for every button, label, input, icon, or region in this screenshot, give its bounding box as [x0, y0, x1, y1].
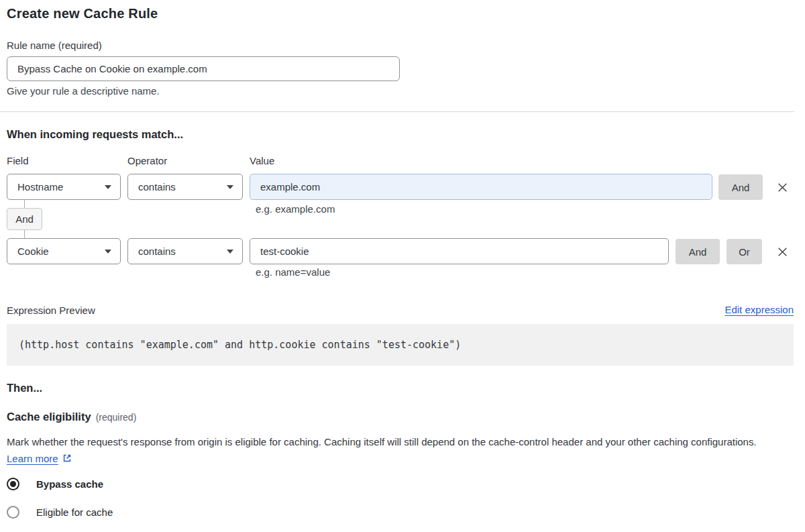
close-icon: [777, 182, 788, 193]
field-select-row1[interactable]: Hostname: [7, 174, 121, 200]
add-and-condition-button-row1[interactable]: And: [718, 174, 763, 200]
description-text: Mark whether the request's response from…: [7, 436, 757, 447]
expression-preview-label: Expression Preview: [7, 305, 95, 316]
cache-eligibility-heading-row: Cache eligibility(required): [7, 411, 136, 423]
external-link-icon: [62, 453, 72, 464]
expression-preview-code-block: (http.host contains "example.com" and ht…: [7, 324, 794, 366]
operator-select-row1[interactable]: contains: [127, 174, 243, 200]
connector-line: [24, 200, 25, 208]
remove-condition-button-row1[interactable]: [771, 174, 793, 200]
operator-select-row2-value: contains: [138, 246, 176, 257]
add-or-condition-button-row2[interactable]: Or: [727, 239, 762, 264]
value-input-row1[interactable]: [250, 174, 712, 200]
radio-option-bypass-cache[interactable]: Bypass cache: [7, 478, 103, 490]
column-label-operator: Operator: [127, 155, 167, 166]
cache-eligibility-description: Mark whether the request's response from…: [7, 433, 776, 467]
page-title: Create new Cache Rule: [7, 6, 158, 21]
required-badge: (required): [96, 412, 137, 423]
column-label-field: Field: [7, 155, 29, 166]
expression-code: (http.host contains "example.com" and ht…: [19, 339, 461, 351]
field-select-row2[interactable]: Cookie: [7, 238, 121, 264]
edit-expression-link[interactable]: Edit expression: [724, 304, 794, 315]
add-and-condition-button-row2[interactable]: And: [676, 239, 720, 264]
condition-connector-button[interactable]: And: [7, 208, 42, 230]
rule-name-help: Give your rule a descriptive name.: [7, 85, 160, 97]
close-icon: [777, 246, 788, 258]
value-hint-row1: e.g. example.com: [256, 203, 335, 215]
field-select-row2-value: Cookie: [17, 246, 49, 257]
match-heading: When incoming requests match...: [7, 128, 183, 141]
then-heading: Then...: [7, 382, 42, 394]
radio-selected-icon: [7, 478, 19, 490]
column-label-value: Value: [250, 155, 274, 166]
radio-label-eligible-for-cache: Eligible for cache: [36, 507, 113, 518]
rule-name-label: Rule name (required): [7, 40, 102, 51]
field-select-row1-value: Hostname: [17, 181, 63, 193]
radio-unselected-icon: [7, 506, 19, 519]
section-divider: [0, 111, 794, 112]
operator-select-row1-value: contains: [138, 181, 176, 193]
connector-line: [24, 230, 25, 238]
radio-option-eligible-for-cache[interactable]: Eligible for cache: [7, 506, 113, 519]
chevron-down-icon: [105, 250, 111, 254]
radio-label-bypass-cache: Bypass cache: [36, 478, 103, 490]
create-cache-rule-form: Create new Cache Rule Rule name (require…: [0, 0, 805, 532]
value-input-row2[interactable]: [250, 238, 669, 264]
rule-name-input[interactable]: [7, 56, 400, 81]
learn-more-link[interactable]: Learn more: [7, 453, 58, 464]
chevron-down-icon: [105, 185, 111, 189]
value-hint-row2: e.g. name=value: [256, 266, 330, 278]
chevron-down-icon: [227, 185, 233, 189]
remove-condition-button-row2[interactable]: [771, 239, 793, 264]
operator-select-row2[interactable]: contains: [127, 238, 243, 264]
cache-eligibility-heading: Cache eligibility: [7, 411, 91, 423]
chevron-down-icon: [227, 250, 233, 254]
